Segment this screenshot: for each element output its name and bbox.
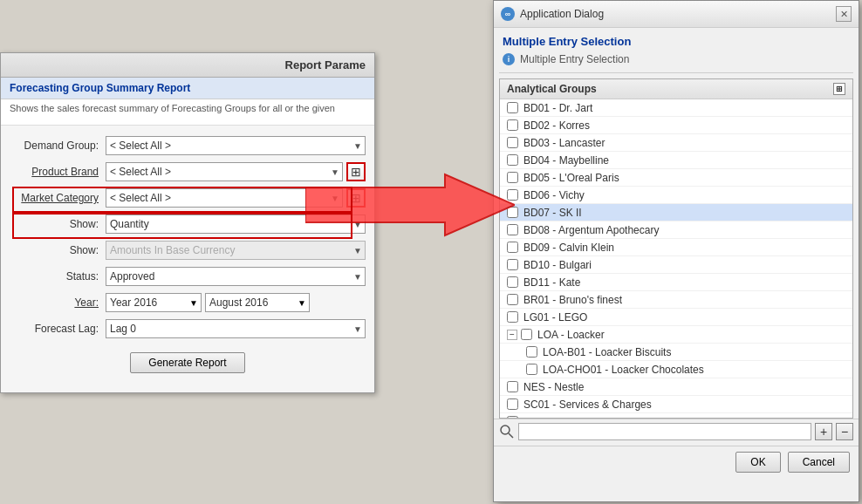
list-item-checkbox[interactable] <box>521 329 532 340</box>
dialog-close-button[interactable]: ✕ <box>836 6 852 22</box>
search-icon <box>500 425 514 439</box>
show-amounts-select-wrapper: Amounts In Base Currency ▼ <box>106 241 366 260</box>
show-amounts-select[interactable]: Amounts In Base Currency <box>106 241 366 260</box>
svg-marker-0 <box>305 174 515 235</box>
list-item-checkbox[interactable] <box>507 154 518 166</box>
list-item[interactable]: SC01 - Services & Charges <box>500 396 852 413</box>
svg-line-2 <box>509 433 513 438</box>
list-item[interactable]: BD03 - Lancaster <box>500 134 852 152</box>
show-label-1: Show: <box>10 218 106 230</box>
list-item-child[interactable]: LOA-B01 - Loacker Biscuits <box>500 344 852 361</box>
show-label-2: Show: <box>10 244 106 256</box>
dialog-separator <box>499 72 853 73</box>
dialog-info-text: Multiple Entry Selection <box>520 53 629 65</box>
list-item[interactable]: BD05 - L'Oreal Paris <box>500 169 852 187</box>
list-item-checkbox[interactable] <box>507 259 518 270</box>
month-select[interactable]: August 2016 <box>205 293 310 312</box>
report-desc-text: Shows the sales forecast summary of Fore… <box>10 103 335 113</box>
arrow-svg <box>305 170 515 240</box>
list-item-checkbox[interactable] <box>507 311 518 323</box>
list-item-checkbox[interactable] <box>507 137 518 148</box>
report-description: Shows the sales forecast summary of Fore… <box>1 99 374 126</box>
demand-group-select-wrapper: < Select All > ▼ <box>106 136 366 155</box>
list-item-checkbox[interactable] <box>507 416 518 419</box>
report-title: Forecasting Group Summary Report <box>1 78 374 99</box>
tree-expand-icon[interactable]: − <box>507 330 517 340</box>
list-item-child[interactable]: LOA-CHO01 - Loacker Chocolates <box>500 361 852 378</box>
report-panel-header: Report Parame <box>1 53 374 78</box>
year-select[interactable]: Year 2016 <box>106 293 202 312</box>
list-item-checkbox[interactable] <box>507 242 518 253</box>
ok-button[interactable]: OK <box>735 452 780 473</box>
dialog-subtitle: Multiple Entry Selection <box>494 28 859 51</box>
list-header-text: Analytical Groups <box>507 83 597 95</box>
year-controls: Year 2016 ▼ August 2016 ▼ <box>106 293 310 312</box>
list-item[interactable]: BD06 - Vichy <box>500 187 852 204</box>
search-remove-button[interactable]: − <box>836 423 853 440</box>
status-select-wrapper: Approved ▼ <box>106 267 366 286</box>
list-item[interactable]: BD04 - Maybelline <box>500 152 852 169</box>
month-select-wrapper: August 2016 ▼ <box>205 293 310 312</box>
forecast-lag-row: Forecast Lag: Lag 0 ▼ <box>10 319 366 338</box>
generate-btn-row: Generate Report <box>10 352 366 382</box>
svg-point-1 <box>501 426 510 434</box>
list-item-tree-parent[interactable]: − LOA - Loacker <box>500 326 852 344</box>
year-row: Year: Year 2016 ▼ August 2016 ▼ <box>10 293 366 312</box>
list-item-checkbox[interactable] <box>526 346 537 358</box>
forecast-lag-select-wrapper: Lag 0 ▼ <box>106 319 366 338</box>
report-panel-title: Report Parame <box>285 58 366 72</box>
show-amounts-row: Show: Amounts In Base Currency ▼ <box>10 241 366 260</box>
generate-report-button[interactable]: Generate Report <box>130 352 244 373</box>
list-item-checkbox[interactable] <box>507 294 518 305</box>
dialog-title-left: ∞ Application Dialog <box>501 7 604 21</box>
forecast-lag-select[interactable]: Lag 0 <box>106 319 366 338</box>
list-item[interactable]: BD11 - Kate <box>500 274 852 291</box>
dialog-title-text: Application Dialog <box>520 8 604 20</box>
report-title-text: Forecasting Group Summary Report <box>10 82 190 94</box>
status-row: Status: Approved ▼ <box>10 267 366 286</box>
list-item[interactable]: BR01 - Bruno's finest <box>500 291 852 309</box>
list-item-checkbox[interactable] <box>507 398 518 410</box>
list-item[interactable]: BD10 - Bulgari <box>500 256 852 274</box>
list-item[interactable]: BD08 - Argentum Apothecary <box>500 221 852 239</box>
list-item[interactable]: BD02 - Korres <box>500 117 852 134</box>
search-add-button[interactable]: + <box>815 423 832 440</box>
demand-group-label: Demand Group: <box>10 140 106 152</box>
list-header: Analytical Groups ⊞ <box>500 79 852 99</box>
search-row: + − <box>494 419 859 444</box>
list-item-highlighted[interactable]: BD07 - SK II <box>500 204 852 221</box>
year-label: Year: <box>10 296 106 309</box>
search-input[interactable] <box>518 423 811 440</box>
list-item-checkbox[interactable] <box>507 381 518 392</box>
dialog-titlebar: ∞ Application Dialog ✕ <box>494 1 859 28</box>
product-brand-label: Product Brand <box>10 166 106 178</box>
forecast-lag-label: Forecast Lag: <box>10 323 106 335</box>
app-dialog: ∞ Application Dialog ✕ Multiple Entry Se… <box>493 0 859 502</box>
cancel-button[interactable]: Cancel <box>788 452 850 473</box>
form-area: Demand Group: < Select All > ▼ Product B… <box>1 126 374 392</box>
list-item[interactable]: BD09 - Calvin Klein <box>500 239 852 256</box>
status-label: Status: <box>10 270 106 283</box>
list-item-checkbox[interactable] <box>507 276 518 288</box>
analytical-groups-list[interactable]: Analytical Groups ⊞ BD01 - Dr. Jart BD02… <box>499 78 853 419</box>
dialog-footer: OK Cancel <box>494 446 859 478</box>
dialog-app-icon: ∞ <box>501 7 515 21</box>
demand-group-select[interactable]: < Select All > <box>106 136 366 155</box>
search-icon-wrap <box>499 424 515 439</box>
year-select-wrapper: Year 2016 ▼ <box>106 293 202 312</box>
status-select[interactable]: Approved <box>106 267 366 286</box>
list-header-icon[interactable]: ⊞ <box>833 83 845 95</box>
list-item-checkbox[interactable] <box>526 364 537 375</box>
dialog-info-row: i Multiple Entry Selection <box>494 51 859 72</box>
info-icon: i <box>503 53 515 65</box>
list-item[interactable]: LG01 - LEGO <box>500 309 852 326</box>
list-item[interactable]: NES - Nestle <box>500 378 852 396</box>
demand-group-row: Demand Group: < Select All > ▼ <box>10 136 366 155</box>
list-item[interactable]: YK01 - Yankee Candles <box>500 413 852 419</box>
list-item-checkbox[interactable] <box>507 102 518 113</box>
market-category-label: Market Category <box>10 192 106 204</box>
list-item-checkbox[interactable] <box>507 119 518 131</box>
arrow-indicator <box>305 170 515 240</box>
list-item[interactable]: BD01 - Dr. Jart <box>500 99 852 117</box>
